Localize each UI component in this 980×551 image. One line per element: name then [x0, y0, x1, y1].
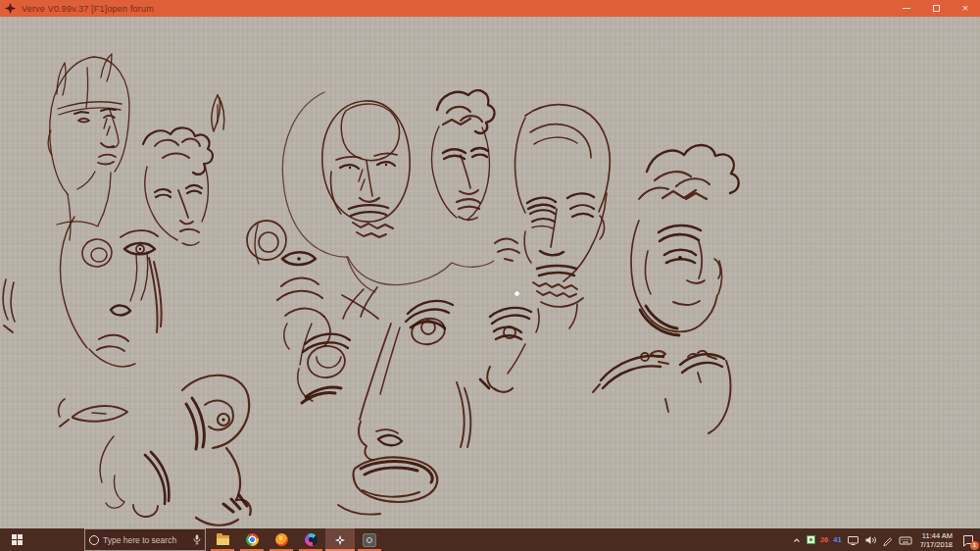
taskbar-app-verve-active[interactable] — [325, 528, 355, 551]
window-titlebar: Verve V0.99v.37 [F1]open forum × — [0, 0, 980, 17]
taskbar: 26 41 — [0, 528, 980, 551]
verve-app-icon — [5, 3, 16, 14]
tray-pen[interactable] — [882, 534, 894, 546]
face-sketch-eye-study — [480, 308, 531, 392]
notification-badge: 1 — [970, 541, 979, 550]
clock-time: 11:44 AM — [920, 531, 953, 540]
taskbar-app-paint[interactable] — [296, 528, 325, 551]
file-explorer-icon — [217, 535, 229, 545]
keyboard-icon — [899, 534, 912, 546]
tray-monitor-blue-value[interactable]: 41 — [833, 535, 841, 544]
face-sketch-open-mouth — [298, 287, 470, 515]
face-sketch-dark-hair — [432, 90, 519, 261]
taskbar-app-file-explorer[interactable] — [208, 528, 237, 551]
face-sketch-scribble-hair — [631, 145, 739, 335]
action-center-button[interactable]: 1 — [960, 532, 976, 548]
face-sketch-lower-left-cluster — [59, 376, 251, 526]
clock-date: 7/17/2018 — [920, 540, 953, 549]
tray-network[interactable] — [847, 534, 859, 546]
minimize-button[interactable] — [892, 0, 921, 17]
cortana-icon — [89, 535, 99, 545]
face-sketch-outlined — [514, 105, 610, 332]
minimize-icon — [903, 8, 910, 9]
close-icon: × — [962, 3, 968, 14]
face-sketch-brow-studies — [593, 351, 731, 433]
search-input[interactable] — [99, 535, 193, 545]
close-button[interactable]: × — [951, 0, 980, 17]
tray-touch-keyboard[interactable] — [899, 534, 912, 546]
face-sketch-ring-eyes — [60, 217, 161, 367]
speaker-icon — [864, 534, 877, 546]
window-controls: × — [892, 0, 980, 17]
tray-green-utility-icon[interactable] — [807, 535, 815, 544]
taskbar-app-chrome[interactable] — [237, 528, 267, 551]
drawing-canvas[interactable] — [0, 17, 980, 528]
taskbar-apps — [208, 528, 384, 551]
taskbar-app-capture[interactable] — [355, 528, 384, 551]
firefox-icon — [275, 533, 288, 546]
paint-swirl-icon — [305, 533, 318, 546]
restore-button[interactable] — [921, 0, 951, 17]
system-tray: 26 41 — [792, 528, 980, 551]
window-title: Verve V0.99v.37 [F1]open forum — [22, 4, 154, 14]
pen-icon — [882, 534, 894, 546]
face-sketch-edge-fragments — [3, 279, 289, 349]
display-network-icon — [847, 534, 859, 546]
face-sketch-spiral-waves — [247, 221, 330, 346]
capture-lens-icon — [363, 533, 376, 547]
restore-icon — [933, 5, 940, 12]
chrome-icon — [246, 533, 259, 546]
chevron-up-icon — [792, 535, 802, 545]
taskbar-app-firefox[interactable] — [267, 528, 296, 551]
start-button[interactable] — [0, 528, 33, 551]
taskbar-search[interactable] — [84, 528, 206, 551]
hidden-icons-chevron[interactable] — [792, 535, 802, 545]
windows-logo-icon — [12, 534, 23, 545]
face-sketch-curly-hair — [143, 127, 213, 245]
tray-volume[interactable] — [864, 534, 877, 546]
desktop: Verve V0.99v.37 [F1]open forum × — [0, 0, 980, 551]
taskbar-clock[interactable]: 11:44 AM 7/17/2018 — [917, 531, 956, 549]
brush-cursor — [514, 291, 519, 296]
microphone-icon[interactable] — [193, 534, 201, 545]
face-sketch-leaf — [212, 95, 224, 131]
face-sketch-bald-head — [48, 54, 129, 240]
sketch-layer — [0, 17, 980, 528]
verve-star-icon — [333, 533, 347, 547]
tray-monitor-red-value[interactable]: 26 — [820, 535, 828, 544]
